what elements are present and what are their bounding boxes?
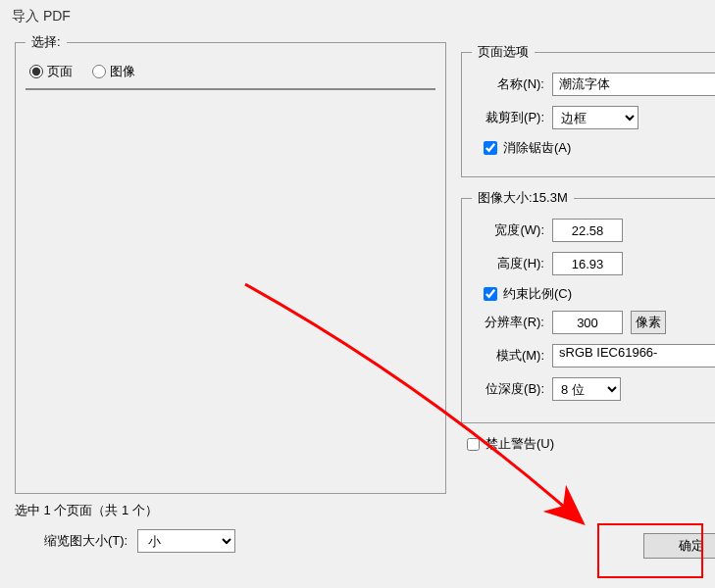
width-input[interactable] [552, 219, 623, 242]
mode-value[interactable]: sRGB IEC61966- [552, 344, 715, 368]
left-panel: 选择: 页面 图像 archerzuo 1 [15, 33, 446, 559]
page-options-legend: 页面选项 [472, 43, 535, 61]
selection-footer: 选中 1 个页面（共 1 个） 缩览图大小(T): 小 [15, 494, 446, 559]
thumbnail-area[interactable]: archerzuo 1 ▲ ▼ [26, 88, 435, 90]
radio-group: 页面 图像 [26, 63, 435, 80]
name-input[interactable] [552, 73, 715, 96]
radio-image-label: 图像 [110, 63, 135, 80]
scroll-up-icon[interactable]: ▲ [419, 89, 434, 90]
resolution-unit-button[interactable]: 像素 [631, 311, 666, 334]
radio-page-label: 页面 [47, 63, 73, 80]
selection-fieldset: 选择: 页面 图像 archerzuo 1 [15, 33, 446, 494]
height-input[interactable] [552, 252, 623, 275]
width-label: 宽度(W): [472, 221, 544, 239]
bitdepth-select[interactable]: 8 位 [552, 377, 621, 401]
selection-count: 选中 1 个页面（共 1 个） [15, 502, 446, 519]
antialias-label: 消除锯齿(A) [503, 139, 571, 157]
radio-image-input[interactable] [92, 65, 106, 78]
resolution-input[interactable] [552, 311, 623, 334]
resolution-label: 分辨率(R): [472, 314, 544, 331]
bitdepth-label: 位深度(B): [472, 380, 544, 398]
suppress-warnings-label: 禁止警告(U) [485, 435, 554, 453]
antialias-checkbox[interactable] [484, 141, 497, 155]
radio-image[interactable]: 图像 [92, 63, 135, 80]
image-size-fieldset: 图像大小:15.3M 宽度(W): 高度(H): 约束比例(C) 分辨率(R):… [461, 189, 715, 423]
radio-page-input[interactable] [29, 65, 43, 78]
radio-page[interactable]: 页面 [29, 63, 73, 80]
ok-button[interactable]: 确定 [643, 533, 715, 559]
thumb-size-label: 缩览图大小(T): [44, 532, 128, 550]
right-panel: 页面选项 名称(N): 裁剪到(P): 边框 消除锯齿(A) 图像大小:15.3… [461, 33, 715, 559]
name-label: 名称(N): [472, 75, 544, 93]
constrain-label: 约束比例(C) [503, 285, 572, 303]
crop-select[interactable]: 边框 [552, 106, 638, 129]
constrain-checkbox[interactable] [484, 287, 497, 301]
thumb-size-select[interactable]: 小 [137, 529, 235, 553]
height-label: 高度(H): [472, 255, 544, 272]
crop-label: 裁剪到(P): [472, 109, 544, 126]
window-title: 导入 PDF [0, 0, 715, 33]
mode-label: 模式(M): [472, 347, 544, 365]
selection-legend: 选择: [26, 33, 67, 51]
suppress-warnings-checkbox[interactable] [467, 438, 480, 451]
scroll-down-icon[interactable]: ▼ [419, 88, 434, 89]
image-size-legend: 图像大小:15.3M [472, 189, 574, 207]
page-options-fieldset: 页面选项 名称(N): 裁剪到(P): 边框 消除锯齿(A) [461, 43, 715, 177]
